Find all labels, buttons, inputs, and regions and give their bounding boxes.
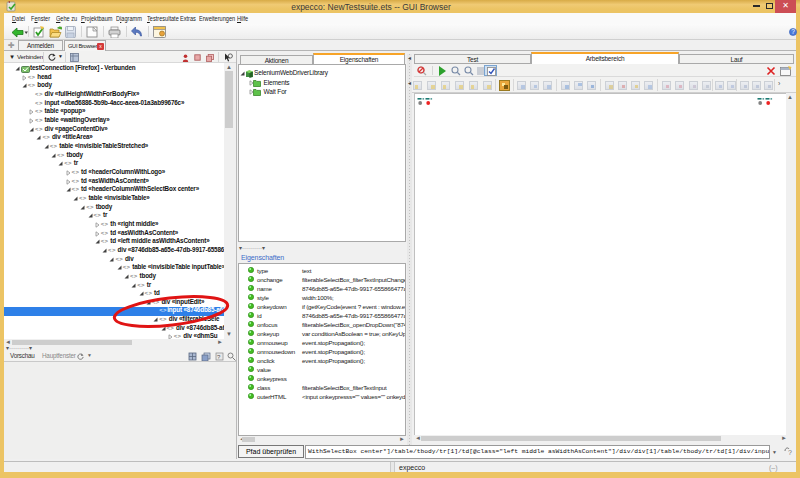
svg-text:?: ? <box>788 449 792 456</box>
svg-text:?: ? <box>791 28 795 35</box>
